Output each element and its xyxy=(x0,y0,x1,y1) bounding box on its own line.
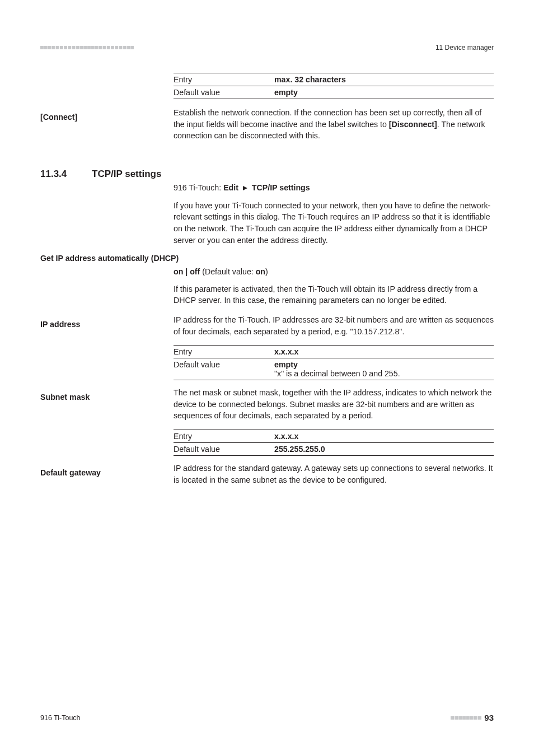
triangle-right-icon xyxy=(243,186,247,190)
table-entry-default-2: Entry x.x.x.x Default value empty "x" is… xyxy=(174,345,494,380)
t3-r1v: x.x.x.x xyxy=(274,432,494,441)
t1-r1v: max. 32 characters xyxy=(274,75,494,84)
t3-r1k: Entry xyxy=(174,432,274,441)
para-connect: Establish the network connection. If the… xyxy=(174,107,494,142)
para-dhcp: If this parameter is activated, then the… xyxy=(174,283,494,306)
onoff-line: on | off (Default value: on) xyxy=(174,266,494,278)
t1-r2v: empty xyxy=(274,88,494,97)
t3-r2k: Default value xyxy=(174,445,274,454)
para-tcp-intro: If you have your Ti-Touch connected to y… xyxy=(174,200,494,246)
footer-decor xyxy=(451,716,482,720)
label-ipaddress: IP address xyxy=(40,320,174,329)
section-title: TCP/IP settings xyxy=(92,169,161,180)
t2-r1k: Entry xyxy=(174,347,274,356)
para-ipaddress: IP address for the Ti-Touch. IP addresse… xyxy=(174,314,494,337)
t2-r1v: x.x.x.x xyxy=(274,347,494,356)
label-connect: [Connect] xyxy=(40,113,174,122)
page-number: 93 xyxy=(484,713,494,722)
breadcrumb: 916 Ti-Touch: Edit TCP/IP settings xyxy=(174,183,494,192)
para-subnet: The net mask or subnet mask, together wi… xyxy=(174,387,494,422)
section-heading: 11.3.4 TCP/IP settings xyxy=(40,169,494,180)
table-entry-default-1: Entry max. 32 characters Default value e… xyxy=(174,73,494,99)
t2-note: "x" is a decimal between 0 and 255. xyxy=(274,369,494,378)
svg-marker-0 xyxy=(243,186,247,190)
header-chapter: 11 Device manager xyxy=(435,44,494,52)
label-subnet: Subnet mask xyxy=(40,393,174,402)
t2-r2v: empty xyxy=(274,360,494,369)
t2-r2k: Default value xyxy=(174,360,274,378)
label-gateway: Default gateway xyxy=(40,468,174,477)
table-entry-default-3: Entry x.x.x.x Default value 255.255.255.… xyxy=(174,430,494,456)
para-gateway: IP address for the standard gateway. A g… xyxy=(174,463,494,486)
t1-r1k: Entry xyxy=(174,75,274,84)
section-number: 11.3.4 xyxy=(40,169,79,180)
t3-r2v: 255.255.255.0 xyxy=(274,445,494,454)
header-decor xyxy=(40,46,134,49)
footer-product: 916 Ti-Touch xyxy=(40,714,81,722)
label-getip: Get IP address automatically (DHCP) xyxy=(40,254,494,263)
t1-r2k: Default value xyxy=(174,88,274,97)
